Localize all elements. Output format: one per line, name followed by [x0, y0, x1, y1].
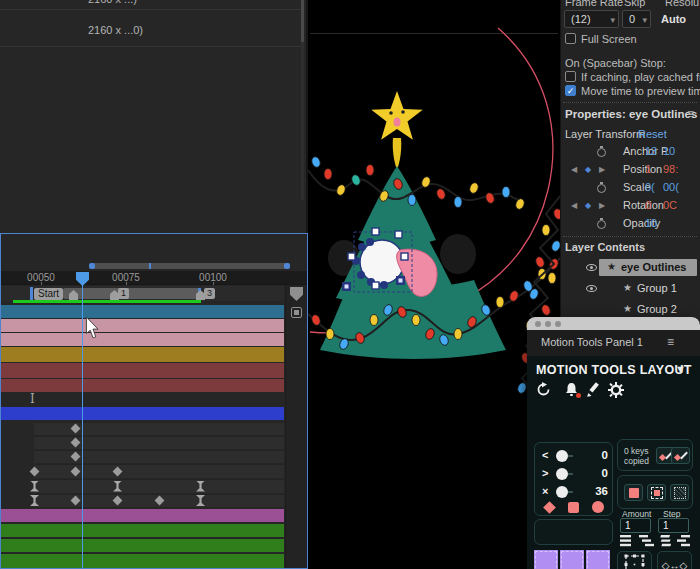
slider-value[interactable]: 0 — [582, 467, 608, 479]
anchor-grid-cell[interactable] — [560, 550, 584, 569]
layer-bar-purple[interactable] — [1, 509, 284, 522]
stopwatch-icon[interactable] — [597, 148, 606, 157]
layer-bar-teal[interactable] — [1, 305, 284, 318]
eye-visibility-icon[interactable] — [586, 264, 597, 271]
window-dot[interactable] — [545, 321, 551, 327]
layer-bar-green-1[interactable] — [1, 524, 284, 537]
layer-contents-row[interactable]: ★Group 1 — [561, 280, 700, 298]
hscroll-cap-left[interactable] — [89, 263, 95, 269]
next-keyframe-icon[interactable]: ▶ — [599, 165, 605, 174]
solid-select-button[interactable] — [624, 484, 643, 501]
project-item[interactable]: 2160 x ...0) — [88, 24, 143, 36]
anchor-grid-cell[interactable] — [586, 550, 610, 569]
prev-keyframe-icon[interactable]: ◀ — [571, 165, 577, 174]
timeline-marker-label[interactable]: 1 — [118, 288, 129, 299]
layout-dropdown-icon[interactable]: ▼ — [675, 363, 686, 375]
layer-bar-gold[interactable] — [1, 347, 284, 362]
distribute-spacing-button[interactable]: ◇↔◇ — [657, 551, 692, 569]
layer-bar-green-2[interactable] — [1, 539, 284, 552]
property-row-position: ◀◆▶Position198: — [561, 163, 700, 181]
panel-tab-title[interactable]: Motion Tools Panel 1 — [541, 336, 643, 348]
move-time-checkbox[interactable]: ✓ — [565, 85, 576, 96]
divider — [563, 102, 697, 103]
stagger-icon[interactable] — [639, 535, 654, 547]
property-value[interactable]: 10 — [663, 145, 675, 157]
slider-knob[interactable] — [556, 486, 568, 498]
timeline-marker-label[interactable]: 3 — [204, 288, 215, 299]
layer-bar-pink-2[interactable] — [1, 333, 284, 346]
project-item-clipped[interactable]: 2160 x ...) — [88, 0, 137, 5]
outline-select-button[interactable] — [647, 484, 666, 501]
property-value[interactable]: 0 — [645, 199, 651, 211]
property-value[interactable]: 1 — [645, 163, 651, 175]
work-area-bar[interactable] — [63, 288, 201, 299]
property-value[interactable]: 00( — [663, 181, 679, 193]
keyframe-diamond-icon[interactable]: ◆ — [585, 201, 591, 210]
property-value[interactable]: 13 — [645, 145, 657, 157]
property-value[interactable]: 98: — [663, 163, 678, 175]
hscroll-cap-right[interactable] — [284, 263, 290, 269]
panel-menu-icon[interactable]: ≡ — [687, 107, 694, 121]
property-value[interactable]: 0C — [663, 199, 677, 211]
skip-dropdown[interactable]: 0 ▾ — [622, 10, 651, 28]
light-bulb — [370, 315, 378, 326]
slider-row-cross[interactable]: × 36 — [542, 485, 608, 501]
diamond-shape-button[interactable] — [543, 501, 556, 514]
cache-checkbox[interactable] — [565, 71, 576, 82]
property-value[interactable]: 0( — [645, 181, 655, 193]
transfer-controls-icon[interactable] — [291, 307, 302, 318]
resolution-value[interactable]: Auto — [661, 13, 686, 25]
panel-menu-icon[interactable]: ≡ — [667, 335, 674, 349]
property-row-rotation: ◀◆▶Rotation00C — [561, 199, 700, 217]
slider-value[interactable]: 36 — [582, 485, 608, 497]
start-marker-label[interactable]: Start — [34, 288, 63, 300]
anchor-grid-cell[interactable] — [534, 550, 558, 569]
amount-input[interactable]: 1 — [620, 518, 651, 533]
sync-icon[interactable] — [536, 382, 551, 397]
step-input[interactable]: 1 — [658, 518, 689, 533]
layer-bar-red-2[interactable] — [1, 379, 284, 392]
comp-marker-icon[interactable] — [290, 287, 303, 301]
slant-stagger-icon[interactable] — [658, 535, 673, 547]
slider-value[interactable]: 0 — [582, 449, 608, 461]
gear-icon[interactable] — [608, 382, 624, 398]
layer-contents-row[interactable]: ★eye Outlines — [561, 259, 700, 277]
pencil-icon[interactable] — [586, 382, 601, 397]
square-shape-button[interactable] — [568, 502, 579, 513]
next-keyframe-icon[interactable]: ▶ — [599, 201, 605, 210]
eye-visibility-icon[interactable] — [586, 285, 597, 292]
window-dot[interactable] — [535, 321, 541, 327]
property-value[interactable]: 10 — [645, 217, 657, 229]
stopwatch-icon[interactable] — [597, 184, 606, 193]
start-marker-pin[interactable] — [30, 287, 33, 300]
scatter-select-button[interactable] — [670, 484, 689, 501]
layer-bar-red-1[interactable] — [1, 363, 284, 378]
slider-knob[interactable] — [556, 450, 568, 462]
time-ruler[interactable]: 000500007500100 — [1, 271, 307, 285]
paste-keys-reversed-button[interactable] — [671, 447, 690, 464]
reset-link[interactable]: Reset — [638, 128, 667, 140]
slider-row-left[interactable]: < 0 — [542, 449, 608, 465]
full-screen-checkbox[interactable] — [565, 33, 576, 44]
slider-row-right[interactable]: > 0 — [542, 467, 608, 483]
stopwatch-icon[interactable] — [597, 220, 606, 229]
keyframe-diamond-icon[interactable]: ◆ — [585, 165, 591, 174]
prev-keyframe-icon[interactable]: ◀ — [571, 201, 577, 210]
selected-row-highlight[interactable]: ★eye Outlines — [599, 259, 697, 276]
project-scrollbar-thumb[interactable] — [301, 0, 304, 42]
timeline-hscrollbar[interactable] — [91, 263, 288, 269]
sequence-icon[interactable] — [620, 535, 635, 547]
layer-bar-green-3[interactable] — [1, 554, 284, 568]
composition-viewer[interactable] — [308, 0, 560, 569]
circle-shape-button[interactable] — [592, 501, 604, 513]
marker-lane[interactable]: Start13 — [1, 286, 284, 301]
frame-rate-dropdown[interactable]: (12) ▾ — [564, 10, 619, 28]
layer-bar-blue[interactable] — [1, 407, 284, 420]
slider-knob[interactable] — [556, 468, 568, 480]
bounding-box-button[interactable] — [617, 551, 652, 569]
window-dot[interactable] — [555, 321, 561, 327]
window-titlebar[interactable] — [527, 317, 700, 330]
timeline-panel: 000500007500100 Start13 I — [0, 233, 308, 569]
layer-bar-pink-1[interactable] — [1, 319, 284, 332]
zigzag-stagger-icon[interactable] — [677, 535, 692, 547]
